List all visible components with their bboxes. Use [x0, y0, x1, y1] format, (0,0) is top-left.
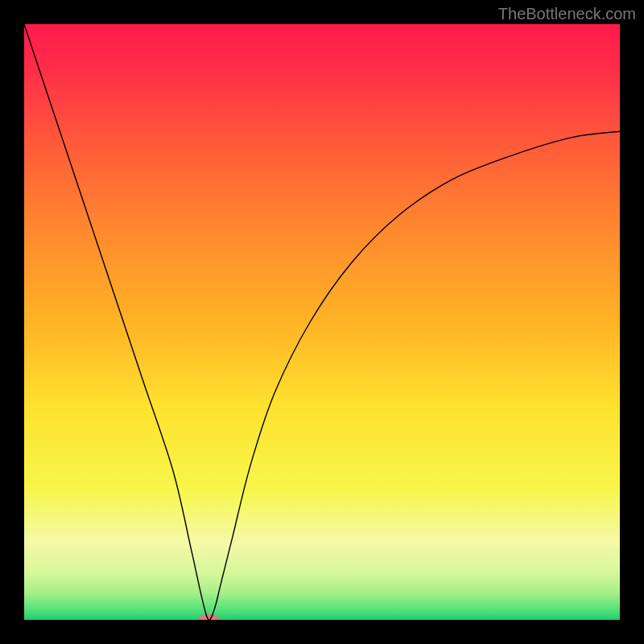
watermark-text: TheBottleneck.com [498, 5, 636, 23]
chart-background [24, 24, 620, 620]
chart-frame [24, 24, 620, 620]
bottleneck-chart-svg [24, 24, 620, 620]
